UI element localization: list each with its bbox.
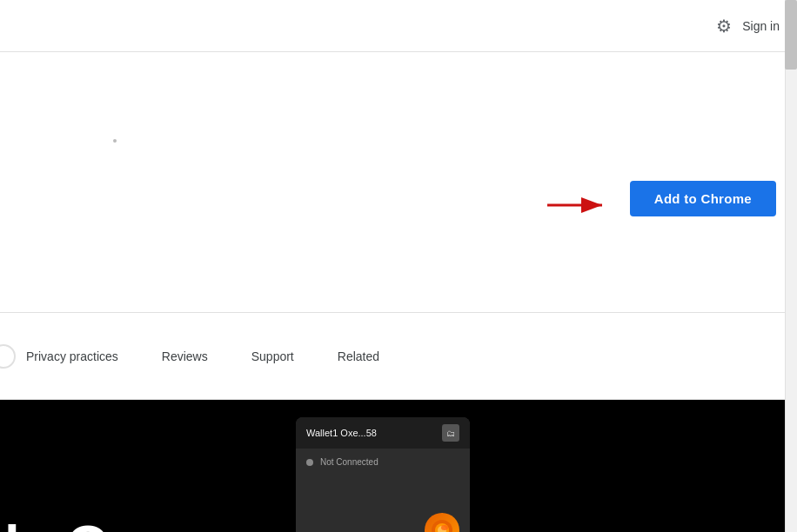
main-content: Add to Chrome Privacy practices Reviews … bbox=[0, 52, 785, 532]
popup-title-area: Wallet1 Oxe...58 bbox=[306, 428, 377, 438]
sign-in-button[interactable]: Sign in bbox=[742, 19, 780, 33]
bottom-large-text: ly Own bbox=[0, 518, 187, 532]
gear-icon[interactable]: ⚙ bbox=[716, 16, 732, 37]
tab-related[interactable]: Related bbox=[338, 342, 379, 370]
popup-body: Not Connected bbox=[296, 449, 470, 475]
popup-status-text: Not Connected bbox=[320, 457, 378, 467]
popup-title: Wallet1 Oxe...58 bbox=[306, 428, 377, 438]
tab-reviews[interactable]: Reviews bbox=[162, 342, 208, 370]
wallet-icon: 🗂 bbox=[442, 424, 459, 442]
tab-support[interactable]: Support bbox=[251, 342, 294, 370]
firefox-circle bbox=[425, 513, 459, 532]
header-right: ⚙ Sign in bbox=[716, 16, 780, 37]
dot-indicator bbox=[113, 139, 117, 143]
popup-header: Wallet1 Oxe...58 🗂 bbox=[296, 417, 470, 449]
nav-section: Privacy practices Reviews Support Relate… bbox=[0, 313, 785, 400]
scrollbar-track[interactable] bbox=[785, 0, 797, 532]
svg-point-5 bbox=[441, 525, 448, 530]
popup-status-dot bbox=[306, 459, 313, 466]
tab-privacy-practices[interactable]: Privacy practices bbox=[26, 342, 118, 370]
scrollbar-thumb[interactable] bbox=[785, 0, 797, 70]
bottom-section: ly Own Wallet1 Oxe...58 🗂 Not Connected bbox=[0, 400, 785, 532]
header: ⚙ Sign in bbox=[0, 0, 797, 52]
extension-popup: Wallet1 Oxe...58 🗂 Not Connected bbox=[296, 417, 470, 532]
left-circle-decoration bbox=[0, 344, 16, 369]
red-arrow bbox=[543, 190, 613, 223]
add-to-chrome-button[interactable]: Add to Chrome bbox=[630, 181, 776, 216]
popup-firefox-icon bbox=[425, 513, 459, 532]
upper-section: Add to Chrome bbox=[0, 52, 785, 313]
